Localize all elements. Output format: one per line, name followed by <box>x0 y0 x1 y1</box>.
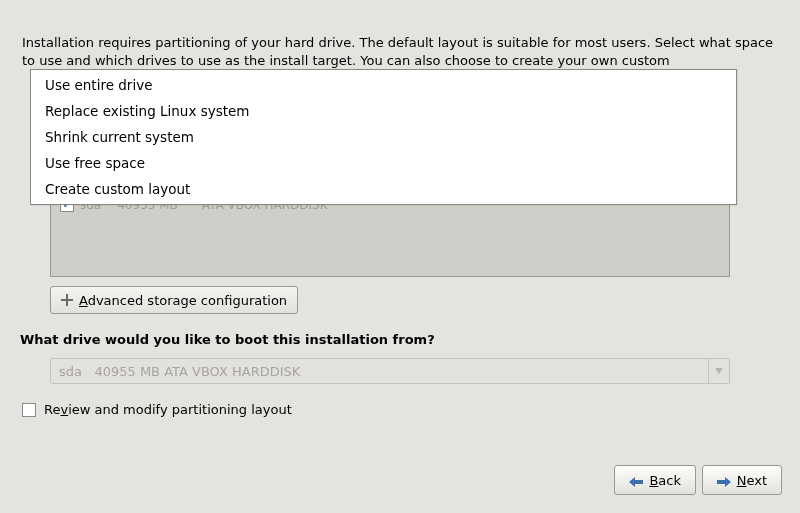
boot-drive-label: What drive would you like to boot this i… <box>20 332 435 347</box>
boot-drive-combo[interactable]: sda 40955 MB ATA VBOX HARDDISK <box>50 358 730 384</box>
advanced-storage-label: Advanced storage configuration <box>79 293 287 308</box>
plus-icon <box>61 294 73 306</box>
dropdown-item-use-entire-drive[interactable]: Use entire drive <box>31 72 736 98</box>
arrow-right-icon <box>717 475 731 485</box>
partition-scheme-dropdown[interactable]: Use entire drive Replace existing Linux … <box>30 69 737 205</box>
next-label: Next <box>737 473 767 488</box>
review-partitioning-row[interactable]: Review and modify partitioning layout <box>22 402 292 417</box>
review-label: Review and modify partitioning layout <box>44 402 292 417</box>
advanced-storage-button[interactable]: Advanced storage configuration <box>50 286 298 314</box>
dropdown-item-replace-linux[interactable]: Replace existing Linux system <box>31 98 736 124</box>
dropdown-item-shrink-current[interactable]: Shrink current system <box>31 124 736 150</box>
intro-text: Installation requires partitioning of yo… <box>22 34 778 70</box>
boot-drive-value: sda 40955 MB ATA VBOX HARDDISK <box>59 364 300 379</box>
back-label: Back <box>649 473 681 488</box>
review-checkbox[interactable] <box>22 403 36 417</box>
chevron-down-icon <box>708 359 729 383</box>
dropdown-item-use-free-space[interactable]: Use free space <box>31 150 736 176</box>
back-button[interactable]: Back <box>614 465 696 495</box>
next-button[interactable]: Next <box>702 465 782 495</box>
dropdown-item-create-custom-layout[interactable]: Create custom layout <box>31 176 736 202</box>
arrow-left-icon <box>629 475 643 485</box>
